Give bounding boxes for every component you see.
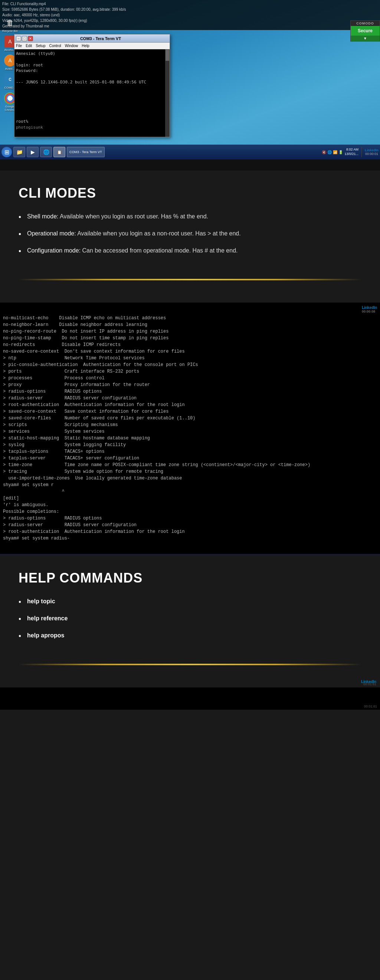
terminal-line-static-host: > static-host-mapping Static hostname da… (3, 436, 150, 441)
teraterm-menubar: File Edit Setup Control Window Help (14, 43, 169, 49)
meta-line-2: Size: 59852686 Bytes (57.08 MiB), durati… (2, 7, 378, 12)
teraterm-titlebar: – □ ✕ COM3 - Tera Term VT (14, 35, 169, 43)
menu-edit[interactable]: Edit (26, 44, 32, 48)
shell-mode-desc: Available when you login as root user. H… (60, 213, 208, 220)
taskbar-teraterm-btn[interactable]: 📋 (53, 147, 65, 157)
separator-1 (0, 159, 380, 170)
terminal-line-scripts: > scripts Scripting mechanisms (3, 422, 118, 428)
help-topic-item: • help topic (19, 597, 361, 607)
terminal-line-processes: > processes Process control (3, 375, 105, 381)
glow-line-1 (19, 279, 361, 280)
configuration-mode-desc: Can be accessed from operational mode. H… (82, 247, 238, 254)
teraterm-window: – □ ✕ COM3 - Tera Term VT File Edit Setu… (14, 34, 170, 137)
menu-setup[interactable]: Setup (36, 44, 45, 48)
terminal-line-ambiguous: 'r' is ambiguous. (3, 503, 48, 508)
clock-time: 8:02 AM (344, 148, 358, 152)
help-apropos-text: help apropos (27, 631, 64, 640)
menu-control[interactable]: Control (49, 44, 61, 48)
help-bullet-3: • (19, 630, 21, 641)
bottom-timecode: 00:01:61 (364, 705, 377, 708)
terminal-line-multicast-echo: no-multicast-echo Disable ICMP echo on m… (3, 315, 166, 321)
cli-mode-configuration: • Configuration mode: Can be accessed fr… (19, 246, 361, 256)
terminal-line-saved-core-ctx: > saved-core-context Save context inform… (3, 409, 168, 414)
taskbar: ⊞ 📁 ▶ 🌐 📋 COM3 - Tera Term VT 🔇 🌐 📶 🔋 8:… (0, 145, 380, 159)
cli-mode-operational-text: Operational mode: Available when you log… (27, 229, 241, 238)
start-button[interactable]: ⊞ (2, 147, 12, 157)
recycle-icon: 🗑 (4, 17, 16, 29)
terminal-output-1[interactable]: no-multicast-echo Disable ICMP echo on m… (0, 302, 380, 554)
terminal-line-tacplus-server: > tacplus-server TACACS+ server configur… (3, 456, 139, 461)
meta-line-4: Video: h264, yuv420p, 1280x800, 30.00 fp… (2, 18, 378, 23)
meta-line-1: File: CLI Functionality.mp4 (2, 1, 378, 7)
desktop-icon-recycle[interactable]: 🗑 Recycle Bin (2, 17, 18, 33)
terminal-line-syslog: > syslog System logging facility (3, 442, 126, 447)
operational-mode-label: Operational mode: (27, 230, 76, 237)
clock-date: 13/0/21... (344, 152, 358, 156)
maximize-button[interactable]: □ (22, 36, 27, 41)
terminal-line-edit: [edit] (3, 496, 19, 501)
help-commands-list: • help topic • help reference • help apr… (19, 597, 361, 641)
terminal-line-redirects: no-redirects Disable ICMP redirects (3, 342, 121, 347)
help-commands-title: HELP COMMANDS (19, 570, 361, 586)
terminal-line-tracing: > tracing System wide option for remote … (3, 469, 163, 474)
glow-line-2 (19, 664, 361, 665)
terminal-line-ping-stamp: no-ping-time-stamp Do not insert time st… (3, 336, 168, 341)
cli-mode-shell: • Shell mode: Available when you login a… (19, 212, 361, 223)
terminal-linkedin-text: LinkedIn (362, 305, 377, 310)
terminal-line-imported-tz: use-imported-time-zones Use locally gene… (3, 476, 182, 481)
cli-mode-configuration-text: Configuration mode: Can be accessed from… (27, 246, 238, 255)
video-metadata: File: CLI Functionality.mp4 Size: 598526… (0, 0, 380, 30)
teraterm-terminal[interactable]: Amnesiac (ttyu0) login: root Password: -… (14, 49, 169, 137)
avast-label: Avast... (5, 67, 15, 70)
bullet-dot-1: • (19, 212, 21, 223)
comodo-secure-status: Secure (351, 26, 380, 36)
taskbar-explorer[interactable]: 📁 (13, 147, 25, 157)
terminal-section-1: LinkedIn 00:00:08 no-multicast-echo Disa… (0, 302, 380, 555)
terminal-output: Amnesiac (ttyu0) login: root Password: -… (16, 51, 168, 108)
teraterm-taskbar-text: COM3 - Tera Term VT (69, 150, 102, 154)
cli-modes-section: CLI MODES • Shell mode: Available when y… (0, 170, 380, 302)
teraterm-scrollthumb (166, 50, 169, 61)
terminal-line-ports: > ports Craft interface RS-232 ports (3, 369, 139, 374)
help-reference-text: help reference (27, 614, 67, 623)
minimize-button[interactable]: – (16, 36, 21, 41)
shell-mode-label: Shell mode: (27, 213, 59, 220)
configuration-mode-label: Configuration mode: (27, 247, 80, 254)
cli-modes-list: • Shell mode: Available when you login a… (19, 212, 361, 256)
help-topic-text: help topic (27, 597, 55, 606)
cli-mode-shell-text: Shell mode: Available when you login as … (27, 212, 208, 221)
comodo-arrow[interactable]: ▼ (351, 36, 380, 41)
terminal-line-tacplus-options: > tacplus-options TACACS+ options (3, 449, 105, 454)
comodo-panel: COMODO Secure ▼ (350, 21, 380, 41)
terminal-line-possible: Possible completions: (3, 509, 59, 514)
taskbar-chrome[interactable]: 🌐 (40, 147, 52, 157)
menu-help[interactable]: Help (81, 44, 89, 48)
terminal-line-set-radius: shyam# set system radius- (3, 536, 70, 541)
bullet-dot-2: • (19, 228, 21, 240)
help-apropos-item: • help apropos (19, 631, 361, 641)
teraterm-scrollbar[interactable] (165, 49, 169, 137)
teraterm-window-buttons: – □ ✕ (16, 36, 33, 41)
cli-modes-title: CLI MODES (19, 185, 361, 201)
taskbar-timecode: 00:00:01 (365, 152, 378, 156)
help-commands-section: HELP COMMANDS • help topic • help refere… (0, 555, 380, 687)
terminal-line-root-auth: > root-authentication Authentication inf… (3, 402, 185, 407)
terminal-line-root-auth2: > root-authentication Authentication inf… (3, 529, 185, 534)
terminal-line-pic: > pic-console-authentication Authenticat… (3, 362, 198, 368)
help-bullet-1: • (19, 596, 21, 607)
close-button[interactable]: ✕ (28, 36, 33, 41)
terminal-linkedin: LinkedIn 00:00:08 (362, 305, 377, 313)
terminal-section-2: 00:01:61 (0, 687, 380, 710)
terminal-line-radius-options: > radius-options RADIUS options (3, 389, 102, 394)
terminal-line-radius-server: > radius-server RADIUS server configurat… (3, 396, 137, 401)
teraterm-title: COM3 - Tera Term VT (33, 37, 168, 41)
menu-file[interactable]: File (16, 44, 22, 48)
terminal-line-timezone: > time-zone Time zone name or POSIX-comp… (3, 462, 310, 468)
taskbar-media[interactable]: ▶ (27, 147, 38, 157)
comodo-title: COMODO (351, 21, 380, 26)
taskbar-teraterm-label[interactable]: COM3 - Tera Term VT (67, 147, 105, 157)
menu-window[interactable]: Window (65, 44, 78, 48)
help-bullet-2: • (19, 613, 21, 624)
terminal-line-caret: ^ (3, 489, 65, 494)
meta-line-5: Generated by Thumbnail me (2, 23, 378, 29)
